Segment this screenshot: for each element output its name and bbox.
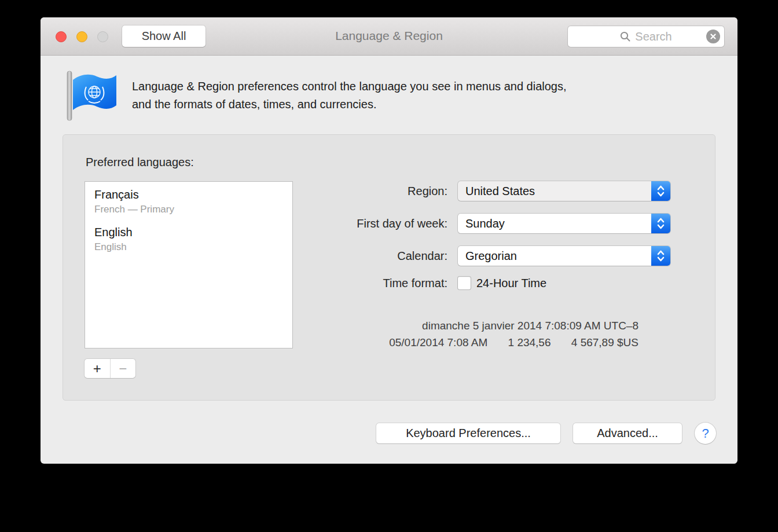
first-day-of-week-popup[interactable]: Sunday [458, 214, 670, 233]
preferred-languages-list[interactable]: Français French — Primary English Englis… [85, 181, 293, 348]
list-item-english[interactable]: English English [85, 215, 292, 253]
calendar-value: Gregorian [458, 250, 651, 263]
time-format-label: Time format: [262, 274, 447, 292]
popup-chevrons-icon [651, 181, 670, 201]
popup-chevrons-icon [651, 246, 670, 266]
remove-language-button[interactable]: − [111, 359, 136, 378]
help-icon: ? [702, 426, 709, 441]
show-all-label: Show All [142, 30, 186, 43]
region-value: United States [458, 185, 651, 198]
list-item-francais[interactable]: Français French — Primary [85, 182, 292, 215]
search-placeholder: Search [635, 30, 671, 43]
region-label: Region: [262, 181, 447, 201]
preview-long-datetime: dimanche 5 janvier 2014 7:08:09 AM UTC–8 [389, 317, 638, 334]
advanced-label: Advanced... [597, 427, 658, 440]
description-line-1: Language & Region preferences control th… [132, 78, 567, 96]
minimize-window-button[interactable] [76, 31, 87, 42]
language-region-panel: Preferred languages: Français French — P… [63, 134, 715, 401]
preview-short-formats: 05/01/2014 7:08 AM 1 234,56 4 567,89 $US [389, 334, 638, 351]
search-field[interactable]: Search [568, 26, 724, 47]
preview-short-datetime: 05/01/2014 7:08 AM [389, 336, 487, 348]
help-button[interactable]: ? [695, 423, 716, 444]
show-all-button[interactable]: Show All [122, 25, 205, 47]
preferred-languages-label: Preferred languages: [86, 156, 194, 169]
preferences-description: Language & Region preferences control th… [132, 78, 567, 113]
window-title: Language & Region [214, 17, 564, 54]
keyboard-preferences-label: Keyboard Preferences... [406, 427, 531, 440]
24-hour-time-checkbox[interactable] [458, 277, 471, 289]
format-preview: dimanche 5 janvier 2014 7:08:09 AM UTC–8… [389, 317, 638, 351]
region-popup[interactable]: United States [458, 181, 670, 201]
search-icon [620, 31, 631, 42]
first-day-of-week-value: Sunday [458, 217, 651, 230]
popup-chevrons-icon [651, 214, 670, 233]
close-window-button[interactable] [56, 31, 67, 42]
24-hour-time-label: 24-Hour Time [476, 276, 546, 290]
add-language-button[interactable]: + [85, 359, 111, 378]
advanced-button[interactable]: Advanced... [573, 423, 682, 443]
keyboard-preferences-button[interactable]: Keyboard Preferences... [376, 423, 560, 443]
clear-search-icon[interactable] [706, 30, 720, 43]
first-day-of-week-label: First day of week: [262, 214, 447, 233]
calendar-popup[interactable]: Gregorian [458, 246, 670, 266]
preview-currency: 4 567,89 $US [571, 336, 638, 348]
add-remove-segmented-control: + − [85, 359, 135, 378]
preferences-window: Show All Language & Region Search [41, 17, 737, 464]
preview-number: 1 234,56 [508, 336, 551, 348]
zoom-window-button-disabled [97, 31, 108, 42]
un-flag-icon [60, 67, 119, 125]
toolbar: Show All Language & Region Search [41, 17, 737, 56]
description-line-2: and the formats of dates, times, and cur… [132, 96, 567, 113]
calendar-label: Calendar: [262, 246, 447, 266]
